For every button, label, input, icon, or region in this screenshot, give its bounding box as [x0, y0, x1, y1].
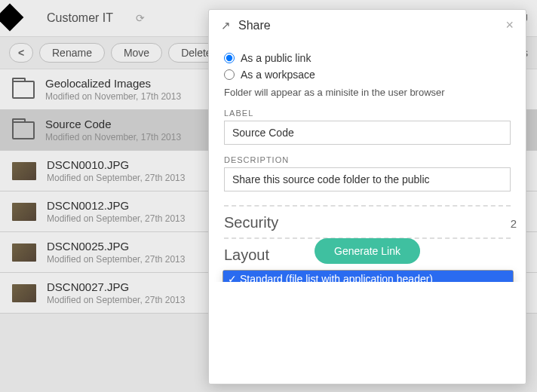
modal-title: Share: [238, 19, 271, 32]
security-section-title[interactable]: Security: [224, 214, 511, 231]
share-icon: ↗: [221, 19, 231, 32]
description-field-label: DESCRIPTION: [224, 155, 511, 164]
close-icon[interactable]: ×: [505, 17, 514, 33]
radio-public-input[interactable]: [224, 53, 235, 63]
label-input[interactable]: [224, 121, 511, 145]
radio-workspace[interactable]: As a workpsace: [224, 69, 511, 81]
radio-workspace-label: As a workpsace: [241, 69, 315, 81]
generate-link-button[interactable]: Generate Link: [315, 238, 420, 264]
radio-public[interactable]: As a public link: [224, 52, 511, 64]
security-count: 2: [511, 217, 517, 230]
layout-dropdown: Standard (file list with application hea…: [222, 270, 514, 282]
layout-option[interactable]: Standard (file list with application hea…: [223, 271, 513, 282]
description-input[interactable]: [224, 167, 511, 191]
radio-workspace-input[interactable]: [224, 69, 235, 80]
label-field-label: LABEL: [224, 109, 511, 118]
share-modal: ↗ Share × As a public link As a workpsac…: [208, 9, 526, 384]
share-hint: Folder will appear as a minisite in the …: [224, 87, 511, 98]
divider: [224, 205, 511, 207]
modal-header: ↗ Share ×: [209, 10, 526, 41]
modal-body: As a public link As a workpsace Folder w…: [209, 41, 526, 282]
radio-public-label: As a public link: [241, 52, 311, 64]
